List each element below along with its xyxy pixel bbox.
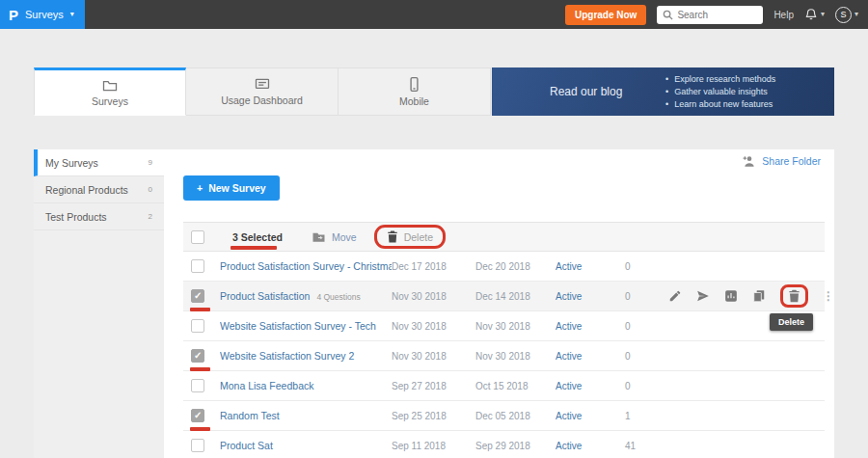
row-name-cell: Product Satisfaction Survey - Christmas … (220, 260, 392, 272)
new-survey-button[interactable]: + New Survey (183, 175, 280, 201)
sidebar-item-regional-products[interactable]: Regional Products 0 (34, 176, 164, 203)
end-date: Dec 05 2018 (475, 411, 556, 421)
table-row: Product Satisfaction 4 Questions Nov 30 … (183, 282, 825, 311)
help-link[interactable]: Help (773, 10, 794, 20)
select-all-checkbox[interactable] (191, 230, 204, 244)
row-name-cell: Website Satisfaction Survey 2 (220, 350, 392, 362)
delete-button[interactable]: Delete (387, 230, 433, 243)
person-add-icon (743, 155, 756, 167)
survey-link[interactable]: Random Test (220, 410, 280, 421)
product-switcher[interactable]: P Surveys ▾ (0, 0, 85, 29)
edit-icon[interactable] (668, 289, 682, 303)
row-checkbox[interactable] (191, 349, 204, 363)
sidebar-item-my-surveys[interactable]: My Surveys 9 (34, 149, 164, 176)
folder-label: My Surveys (45, 157, 98, 169)
row-checkbox[interactable] (191, 289, 204, 303)
table-row: Website Satisfaction Survey - Tech Nov 3… (183, 311, 825, 341)
surveys-table: 3 Selected Move Delete (183, 222, 825, 458)
move-button[interactable]: Move (312, 231, 357, 243)
selected-count-text: 3 Selected (232, 231, 283, 243)
row-checkbox[interactable] (191, 379, 204, 392)
question-count-label: 4 Questions (316, 292, 360, 302)
folder-label: Regional Products (45, 184, 128, 196)
folder-count: 9 (149, 158, 152, 167)
send-icon[interactable] (696, 289, 710, 303)
row-name-cell: Website Satisfaction Survey - Tech (220, 320, 392, 332)
header-actions: Upgrade Now Help ▾ S ▾ (565, 0, 858, 29)
selected-count-label: 3 Selected (232, 231, 283, 243)
surveys-main: Share Folder + New Survey 3 Selected (164, 149, 834, 458)
status-link[interactable]: Active (556, 351, 625, 362)
blog-promo-banner[interactable]: Read our blog Explore research methods G… (492, 67, 834, 116)
survey-link[interactable]: Website Satisfaction Survey 2 (220, 350, 354, 362)
end-date: Nov 30 2018 (475, 351, 556, 362)
app-menu-label: Surveys (25, 9, 64, 20)
table-row: Product Sat Sep 11 2018 Sep 29 2018 Acti… (183, 431, 825, 458)
delete-icon[interactable] (788, 289, 800, 303)
row-checkbox[interactable] (191, 259, 204, 273)
row-name-cell: Product Satisfaction 4 Questions (220, 290, 392, 302)
delete-tooltip: Delete (770, 313, 813, 331)
row-name-cell: Mona Lisa Feedback (220, 380, 392, 391)
survey-link[interactable]: Website Satisfaction Survey - Tech (220, 320, 376, 332)
survey-link[interactable]: Product Satisfaction Survey - Christmas … (220, 260, 392, 272)
share-folder-link[interactable]: Share Folder (743, 155, 821, 167)
bulk-actions-toolbar: 3 Selected Move Delete (183, 222, 825, 252)
status-link[interactable]: Active (556, 381, 625, 391)
chevron-down-icon: ▾ (70, 11, 74, 18)
bell-icon (804, 8, 818, 21)
search-input[interactable] (677, 10, 757, 20)
survey-link[interactable]: Product Sat (220, 440, 273, 451)
chevron-down-icon: ▾ (821, 11, 825, 18)
row-checkbox[interactable] (191, 439, 204, 452)
tab-surveys[interactable]: Surveys (34, 67, 186, 116)
tab-mobile[interactable]: Mobile (339, 67, 491, 116)
row-check-cell (191, 289, 220, 303)
mobile-icon (409, 77, 420, 92)
status-link[interactable]: Active (556, 261, 625, 272)
copy-icon[interactable] (752, 289, 766, 303)
analytics-icon[interactable] (724, 289, 738, 303)
content-panel: My Surveys 9 Regional Products 0 Test Pr… (34, 149, 834, 458)
annotation-highlight-delete: Delete (374, 225, 446, 249)
trash-icon (387, 230, 398, 243)
chevron-down-icon: ▾ (854, 11, 858, 18)
dashboard-icon (255, 78, 270, 91)
row-checkbox[interactable] (191, 409, 204, 422)
more-options-icon[interactable]: ⋮ (823, 289, 834, 303)
table-row: Product Satisfaction Survey - Christmas … (183, 252, 825, 282)
tab-usage-dashboard[interactable]: Usage Dashboard (186, 67, 339, 116)
tab-label: Mobile (399, 95, 429, 107)
table-row: Mona Lisa Feedback Sep 27 2018 Oct 15 20… (183, 371, 825, 401)
end-date: Sep 29 2018 (475, 441, 556, 451)
responses-count: 0 (625, 351, 668, 362)
survey-link[interactable]: Mona Lisa Feedback (220, 380, 313, 391)
annotation-underline (231, 246, 277, 250)
move-folder-icon (312, 231, 326, 243)
banner-bullet: Gather valuable insights (665, 86, 775, 98)
banner-bullet: Explore research methods (665, 73, 775, 86)
start-date: Nov 30 2018 (392, 321, 475, 332)
top-header: P Surveys ▾ Upgrade Now Help ▾ S ▾ (0, 0, 868, 29)
delete-label: Delete (404, 231, 433, 243)
start-date: Dec 17 2018 (392, 261, 475, 272)
responses-count: 1 (625, 411, 668, 421)
share-folder-label: Share Folder (762, 155, 821, 167)
upgrade-button[interactable]: Upgrade Now (565, 5, 646, 25)
table-row: Random Test Sep 25 2018 Dec 05 2018 Acti… (183, 401, 825, 431)
sidebar-item-test-products[interactable]: Test Products 2 (34, 203, 164, 230)
search-box[interactable] (657, 6, 763, 24)
status-link[interactable]: Active (556, 441, 625, 451)
folder-count: 0 (149, 185, 152, 194)
row-check-cell (191, 379, 220, 392)
status-link[interactable]: Active (556, 321, 625, 332)
avatar: S (835, 7, 852, 23)
status-link[interactable]: Active (556, 291, 625, 302)
status-link[interactable]: Active (556, 411, 625, 421)
row-checkbox[interactable] (191, 319, 204, 333)
notifications-menu[interactable]: ▾ (804, 8, 825, 21)
account-menu[interactable]: S ▾ (835, 7, 858, 23)
survey-link[interactable]: Product Satisfaction (220, 290, 310, 302)
row-check-cell (191, 319, 220, 333)
start-date: Nov 30 2018 (392, 291, 475, 302)
